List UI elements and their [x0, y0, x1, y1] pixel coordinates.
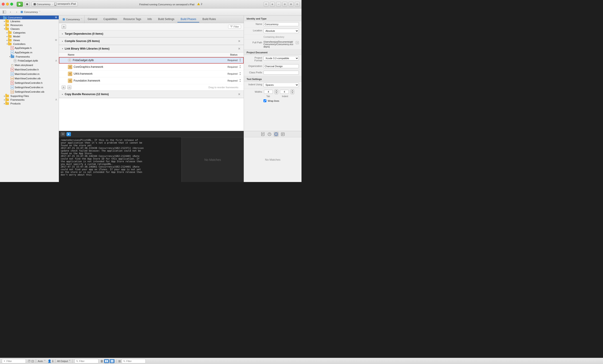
tree-triangle-products[interactable]: [4, 103, 5, 104]
tree-triangle-frameworks[interactable]: [9, 56, 11, 57]
sidebar-item-mainvc-m[interactable]: m MainViewController.m: [0, 72, 59, 76]
add-phase-button[interactable]: +: [62, 24, 66, 29]
wrap-lines-checkbox[interactable]: [264, 99, 266, 102]
tab-build-rules[interactable]: Build Rules: [199, 16, 219, 23]
tab-width-input[interactable]: [264, 90, 273, 94]
phase-triangle-link-binary[interactable]: [62, 48, 63, 50]
sidebar-item-resources[interactable]: Resources: [0, 23, 59, 27]
tree-triangle-libraries[interactable]: [4, 21, 5, 22]
minimize-button[interactable]: [6, 3, 9, 6]
sidebar-item-products[interactable]: Products: [0, 102, 59, 105]
indent-width-stepper[interactable]: ▲ ▼: [290, 89, 294, 94]
project-format-select[interactable]: Xcode 3.2-compatible: [264, 56, 299, 60]
identity-inspector-button[interactable]: [274, 132, 278, 137]
panel-split-button[interactable]: ⊟: [282, 2, 287, 7]
sidebar-item-settingsvc-m[interactable]: m SettingsViewController.m: [0, 85, 59, 90]
phase-close-copy-bundle[interactable]: ✕: [237, 92, 241, 96]
tree-triangle-frameworks-root[interactable]: [4, 99, 5, 101]
tree-triangle-categories[interactable]: [6, 32, 8, 34]
related-items-button[interactable]: ⊕: [270, 2, 275, 7]
sidebar-item-classes[interactable]: Classes: [0, 27, 59, 31]
framework-icon-foundation: ⚙: [68, 79, 72, 83]
close-button[interactable]: [2, 3, 5, 6]
tab-build-settings[interactable]: Build Settings: [155, 16, 177, 23]
phase-compile-sources-header[interactable]: Compile Sources (25 items) ✕: [59, 38, 244, 45]
sidebar-item-settingsvc-xib[interactable]: xib SettingsViewController.xib: [0, 90, 59, 94]
clear-console-button[interactable]: ⊟: [61, 132, 65, 136]
panel-split-v-button[interactable]: ⊞: [289, 2, 293, 7]
sidebar-item-concurrency[interactable]: Concurrency M: [0, 16, 59, 19]
sidebar-item-supporting-files[interactable]: Supporting Files: [0, 94, 59, 98]
library-row-coregraphics[interactable]: ⚙ CoreGraphics.framework Required ▲ ▼: [59, 64, 244, 70]
phase-close-compile-sources[interactable]: ✕: [237, 39, 241, 43]
tree-triangle-model[interactable]: [6, 35, 8, 37]
tab-resource-tags[interactable]: Resource Tags: [120, 16, 144, 23]
organization-input[interactable]: [264, 64, 299, 68]
breadcrumb-chevron[interactable]: ⌃: [81, 18, 82, 21]
filter-button[interactable]: Filter: [228, 25, 241, 29]
phase-link-binary-header[interactable]: Link Binary With Libraries (4 items) ✕: [59, 45, 244, 52]
library-status-stepper-coregraphics[interactable]: ▲ ▼: [238, 65, 241, 69]
sidebar-item-mainvc-xib[interactable]: xib MainViewController.xib: [0, 76, 59, 81]
tab-capabilities[interactable]: Capabilities: [100, 16, 120, 23]
sidebar-item-libraries[interactable]: Libraries: [0, 19, 59, 23]
sidebar-item-frameworks-blue[interactable]: Frameworks: [0, 55, 59, 58]
sidebar-item-fridagadget[interactable]: ⚙ FridaGadget.dylib A: [0, 58, 59, 63]
reveal-in-finder-button[interactable]: →: [296, 41, 299, 44]
attributes-inspector-button[interactable]: [280, 132, 285, 137]
tree-triangle-controllers[interactable]: [6, 43, 8, 45]
file-inspector-button[interactable]: [260, 132, 265, 137]
list-view-button[interactable]: ≡: [264, 2, 269, 7]
tree-triangle-concurrency[interactable]: [1, 17, 3, 18]
location-select[interactable]: Absolute: [264, 29, 299, 33]
sidebar-item-model[interactable]: Model: [0, 34, 59, 38]
back-forward-button[interactable]: ↔: [276, 2, 281, 7]
phase-close-link-binary[interactable]: ✕: [237, 47, 241, 50]
maximize-button[interactable]: [10, 3, 13, 6]
back-nav-button[interactable]: ‹: [8, 10, 13, 14]
library-status-stepper-fridagadget[interactable]: ▲ ▼: [238, 58, 241, 62]
remove-library-button[interactable]: −: [67, 85, 71, 89]
library-row-uikit[interactable]: ⚙ UIKit.framework Required ▲ ▼: [59, 70, 244, 77]
indent-using-select[interactable]: Spaces: [264, 83, 299, 87]
library-row-foundation[interactable]: ⚙ Foundation.framework Required ▲ ▼: [59, 77, 244, 84]
indent-width-input[interactable]: [280, 90, 289, 94]
sidebar-item-views[interactable]: Views M: [0, 38, 59, 42]
breadcrumb-expand-icon[interactable]: ⌃: [39, 11, 41, 13]
sidebar-item-main-storyboard[interactable]: 📋 Main.storyboard: [0, 63, 59, 67]
sidebar-item-appdelegate-m[interactable]: m AppDelegate.m: [0, 50, 59, 55]
phase-copy-bundle-header[interactable]: Copy Bundle Resources (12 items) ✕: [59, 91, 244, 98]
tree-triangle-classes[interactable]: [4, 28, 5, 30]
step-button[interactable]: [67, 132, 71, 136]
tab-general[interactable]: General: [84, 16, 100, 23]
sidebar-item-settingsvc-h[interactable]: h SettingsViewController.h: [0, 81, 59, 85]
sidebar-item-controllers[interactable]: Controllers: [0, 42, 59, 46]
forward-nav-button[interactable]: ›: [14, 10, 19, 14]
library-status-stepper-foundation[interactable]: ▲ ▼: [238, 79, 241, 83]
scheme-selector[interactable]: Concurrency › sensepost's iPad: [31, 2, 78, 6]
tree-triangle-resources[interactable]: [4, 24, 5, 26]
phase-triangle-target-deps[interactable]: [62, 33, 63, 35]
sidebar-item-categories[interactable]: Categories: [0, 31, 59, 34]
sidebar-item-mainvc-h[interactable]: h MainViewController.h: [0, 67, 59, 72]
sidebar-item-appdelegate-h[interactable]: h AppDelegate.h: [0, 46, 59, 50]
quick-help-button[interactable]: ?: [267, 132, 272, 137]
tab-build-phases[interactable]: Build Phases: [177, 16, 199, 23]
tree-triangle-supporting[interactable]: [4, 95, 5, 97]
nav-panel-toggle[interactable]: [2, 10, 7, 14]
class-prefix-input[interactable]: [264, 71, 299, 75]
run-button[interactable]: [17, 2, 23, 7]
panel-expand-button[interactable]: ⊡: [295, 2, 300, 7]
name-field-input[interactable]: [264, 22, 299, 26]
tree-triangle-views[interactable]: [6, 39, 8, 41]
phase-target-deps-header[interactable]: Target Dependencies (0 items): [59, 30, 244, 37]
tab-info[interactable]: Info: [144, 16, 155, 23]
phase-triangle-compile-sources[interactable]: [62, 40, 63, 42]
add-library-button[interactable]: +: [62, 85, 66, 89]
sidebar-item-frameworks-root[interactable]: Frameworks A: [0, 98, 59, 102]
stop-button[interactable]: [25, 2, 30, 7]
phase-triangle-copy-bundle[interactable]: [62, 93, 63, 95]
library-row-fridagadget[interactable]: ⚙ FridaGadget.dylib Required ▲ ▼: [59, 57, 244, 64]
library-status-stepper-uikit[interactable]: ▲ ▼: [238, 72, 241, 76]
tab-width-stepper[interactable]: ▲ ▼: [275, 89, 278, 94]
